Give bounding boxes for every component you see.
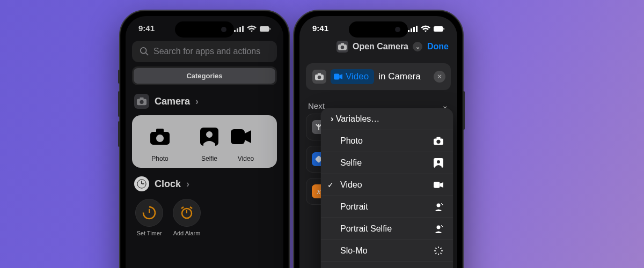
timer-icon xyxy=(135,199,163,227)
dynamic-island xyxy=(349,21,408,38)
next-section-label: Next xyxy=(308,101,325,110)
status-time: 9:41 xyxy=(312,24,328,34)
section-camera[interactable]: Camera › xyxy=(126,91,283,113)
mode-parameter-chip[interactable]: Video xyxy=(331,69,374,84)
segment-categories[interactable]: Categories xyxy=(134,68,275,84)
camera-action-selfie[interactable]: Selfie xyxy=(186,122,233,162)
action-open-camera: Video in Camera ✕ xyxy=(306,63,451,90)
svg-rect-2 xyxy=(239,27,241,32)
video-icon xyxy=(434,180,445,190)
camera-app-icon xyxy=(134,94,149,109)
svg-rect-26 xyxy=(408,30,409,32)
svg-point-6 xyxy=(141,48,147,54)
svg-point-48 xyxy=(442,204,443,205)
segmented-control[interactable]: Categories xyxy=(132,66,277,85)
popover-option-portrait[interactable]: Portrait xyxy=(321,196,453,218)
svg-point-46 xyxy=(437,204,441,207)
video-icon xyxy=(334,72,342,81)
mode-picker-popover: › Variables… Photo Selfie ✓ Video xyxy=(321,108,453,268)
svg-rect-36 xyxy=(318,73,321,75)
svg-point-13 xyxy=(156,135,164,142)
done-button[interactable]: Done xyxy=(427,42,449,51)
camera-app-icon xyxy=(336,41,348,53)
svg-rect-16 xyxy=(231,129,245,144)
svg-rect-3 xyxy=(242,26,244,32)
chevron-down-icon: ⌄ xyxy=(413,42,422,51)
svg-rect-30 xyxy=(434,26,443,32)
clock-action-alarm[interactable]: Add Alarm xyxy=(173,199,201,236)
camera-icon xyxy=(434,136,445,146)
svg-point-49 xyxy=(437,226,441,229)
battery-icon xyxy=(434,24,444,34)
wifi-icon xyxy=(247,24,257,34)
wifi-icon xyxy=(421,24,430,34)
popover-option-video[interactable]: ✓ Video xyxy=(321,174,453,196)
popover-option-timelapse[interactable]: Time-Lapse xyxy=(321,262,453,268)
popover-option-photo[interactable]: Photo xyxy=(321,130,453,152)
svg-point-50 xyxy=(441,225,442,226)
signal-icon xyxy=(408,24,418,34)
popover-option-selfie[interactable]: Selfie xyxy=(321,152,453,174)
svg-rect-33 xyxy=(341,43,344,45)
clock-app-icon xyxy=(134,176,149,191)
camera-icon xyxy=(312,70,326,84)
svg-point-44 xyxy=(437,160,440,163)
action-suffix: in Camera xyxy=(378,71,420,82)
status-time: 9:41 xyxy=(138,24,155,34)
svg-point-42 xyxy=(436,140,440,144)
svg-rect-27 xyxy=(411,28,412,32)
battery-icon xyxy=(260,24,270,34)
camera-action-photo[interactable]: Photo xyxy=(136,122,184,162)
popover-variables[interactable]: › Variables… xyxy=(321,108,453,130)
signal-icon xyxy=(234,24,244,34)
clock-action-timer[interactable]: Set Timer xyxy=(135,199,163,236)
svg-rect-29 xyxy=(416,26,418,32)
popover-option-portrait-selfie[interactable]: Portrait Selfie xyxy=(321,218,453,240)
svg-line-58 xyxy=(435,253,436,254)
svg-point-34 xyxy=(341,46,344,49)
status-icons xyxy=(408,24,444,34)
section-clock[interactable]: Clock › xyxy=(126,173,283,196)
svg-line-59 xyxy=(441,248,442,249)
camera-action-video[interactable]: Video xyxy=(235,122,257,162)
svg-point-47 xyxy=(441,203,442,204)
camera-title: Camera xyxy=(155,96,190,107)
chevron-right-icon: › xyxy=(195,96,199,107)
portrait-selfie-icon xyxy=(434,224,445,234)
search-icon xyxy=(140,47,149,56)
shortcut-title[interactable]: Open Camera ⌄ xyxy=(336,41,422,53)
svg-rect-38 xyxy=(334,73,339,79)
svg-point-10 xyxy=(140,100,143,104)
selfie-icon xyxy=(194,122,224,152)
chevron-right-icon: › xyxy=(186,178,189,190)
svg-rect-5 xyxy=(269,28,270,29)
svg-point-51 xyxy=(442,226,443,227)
svg-rect-1 xyxy=(237,28,238,32)
svg-rect-4 xyxy=(260,26,269,32)
svg-line-7 xyxy=(146,53,149,56)
photo-icon xyxy=(145,122,175,152)
popover-option-slomo[interactable]: Slo-Mo xyxy=(321,240,453,262)
spinner-icon xyxy=(434,246,445,256)
status-icons xyxy=(234,24,270,34)
svg-point-37 xyxy=(318,76,321,79)
svg-rect-9 xyxy=(140,98,143,100)
svg-rect-28 xyxy=(413,27,415,32)
svg-line-57 xyxy=(441,253,442,254)
svg-rect-12 xyxy=(156,129,164,133)
clock-title: Clock xyxy=(155,178,181,190)
svg-line-56 xyxy=(435,248,436,249)
alarm-icon xyxy=(173,199,201,227)
svg-rect-41 xyxy=(436,137,440,139)
search-input[interactable]: Search for apps and actions xyxy=(132,41,277,62)
selfie-icon xyxy=(434,158,445,168)
camera-actions-card: Photo Selfie Video xyxy=(132,115,277,168)
clear-action-button[interactable]: ✕ xyxy=(434,71,445,83)
dynamic-island xyxy=(175,21,234,38)
search-placeholder: Search for apps and actions xyxy=(153,47,260,56)
checkmark-icon: ✓ xyxy=(327,181,334,189)
phone-right: 9:41 xyxy=(293,10,464,268)
svg-line-25 xyxy=(190,207,192,209)
video-icon xyxy=(231,122,261,152)
portrait-icon xyxy=(434,202,445,212)
